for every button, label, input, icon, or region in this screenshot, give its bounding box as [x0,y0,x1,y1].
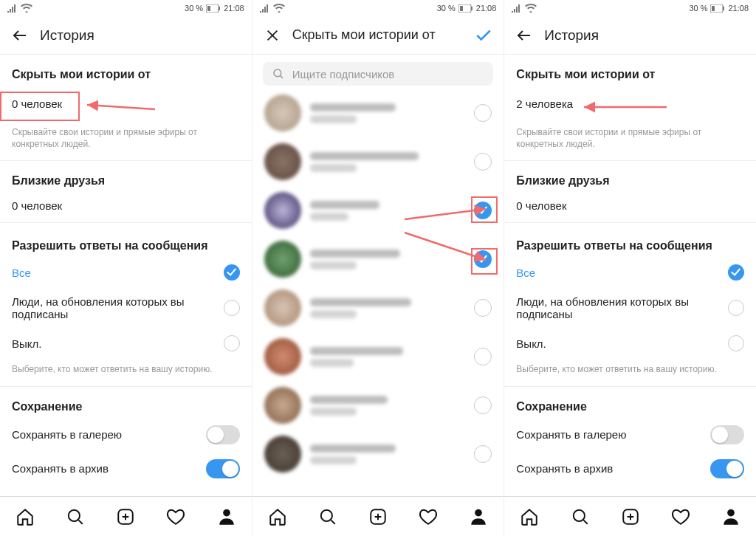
reply-option-all-label: Все [12,267,31,279]
svg-point-17 [573,509,584,520]
reply-option-followed-label: Люди, на обновления которых вы подписаны [516,295,709,320]
search-icon[interactable] [571,507,590,526]
hide-story-value[interactable]: 2 человека [504,86,756,122]
svg-point-5 [223,509,230,516]
section-close-friends: Близкие друзья [504,161,756,192]
header: Скрыть мои истории от [252,16,504,55]
select-circle-checked[interactable] [474,202,492,219]
follower-row[interactable] [252,284,504,332]
header: История [504,16,756,55]
search-placeholder: Ищите подписчиков [292,68,395,80]
toggle-save-gallery-label: Сохранять в галерею [516,428,626,441]
svg-rect-1 [219,7,220,10]
close-button[interactable] [263,26,282,45]
select-circle[interactable] [474,104,492,122]
switch-off-icon[interactable] [710,425,744,444]
toggle-save-archive[interactable]: Сохранять в архив [504,452,756,486]
battery-percent: 30 % [185,4,203,13]
follower-row[interactable] [252,332,504,381]
bottom-nav [504,496,756,536]
avatar [264,289,301,326]
toggle-save-gallery-label: Сохранять в галерею [12,428,122,441]
reply-option-followed[interactable]: Люди, на обновления которых вы подписаны [504,288,756,328]
status-bar: 30 % 21:08 [504,0,756,16]
follower-list: Ищите подписчиков [252,55,504,496]
reply-option-followed[interactable]: Люди, на обновления которых вы подписаны [0,288,252,328]
back-button[interactable] [10,26,30,45]
radio-icon [224,335,240,351]
reply-option-off[interactable]: Выкл. [504,328,756,359]
section-close-friends: Близкие друзья [0,161,252,192]
settings-content: Скрыть мои истории от 2 человека Скрывай… [504,55,756,496]
back-button[interactable] [515,26,534,45]
battery-percent: 30 % [437,4,456,13]
radio-checked-icon [224,264,240,281]
search-icon[interactable] [318,507,337,526]
follower-row[interactable] [252,186,504,235]
add-post-icon[interactable] [621,507,640,526]
panel-story-settings-before: 30 % 21:08 История Скрыть мои истории от… [0,0,252,536]
select-circle[interactable] [474,153,492,171]
search-input[interactable]: Ищите подписчиков [263,62,494,86]
close-friends-value[interactable]: 0 человек [0,192,252,219]
panel-hide-story-picker: 30 % 21:08 Скрыть мои истории от Ищите п… [252,0,505,536]
switch-off-icon[interactable] [206,425,240,444]
status-bar: 30 % 21:08 [0,0,252,16]
reply-option-all[interactable]: Все [0,257,252,288]
heart-icon[interactable] [671,507,690,526]
select-circle[interactable] [474,348,492,365]
section-hide-story: Скрыть мои истории от [0,55,252,86]
select-circle[interactable] [474,299,492,317]
add-post-icon[interactable] [116,507,135,526]
avatar [264,95,301,131]
select-circle[interactable] [474,445,492,463]
svg-rect-16 [712,6,715,11]
svg-rect-8 [471,7,472,10]
close-friends-value[interactable]: 0 человек [504,192,756,219]
reply-option-all[interactable]: Все [504,257,756,288]
home-icon[interactable] [268,507,287,526]
profile-icon[interactable] [721,507,740,526]
confirm-button[interactable] [474,26,493,45]
select-circle[interactable] [474,396,492,414]
follower-row[interactable] [252,137,504,186]
svg-point-13 [475,509,482,516]
reply-hint: Выберите, кто может ответить на вашу ист… [504,359,756,386]
home-icon[interactable] [16,507,35,526]
select-circle-checked[interactable] [474,250,492,268]
section-saving: Сохранение [504,387,756,418]
follower-row[interactable] [252,235,504,284]
follower-row[interactable] [252,381,504,430]
follower-row[interactable] [252,89,504,137]
reply-hint: Выберите, кто может ответить на вашу ист… [0,359,252,386]
avatar [264,436,301,473]
toggle-save-gallery[interactable]: Сохранять в галерею [504,418,756,452]
heart-icon[interactable] [419,507,438,526]
home-icon[interactable] [520,507,539,526]
svg-rect-15 [723,7,724,10]
profile-icon[interactable] [217,507,236,526]
heart-icon[interactable] [166,507,185,526]
profile-icon[interactable] [469,507,488,526]
radio-checked-icon [728,264,744,281]
search-icon[interactable] [66,507,85,526]
switch-on-icon[interactable] [710,459,744,478]
svg-point-10 [274,69,281,77]
svg-point-19 [727,509,735,516]
follower-row[interactable] [252,430,504,478]
signal-icon [7,4,18,13]
panel-story-settings-after: 30 % 21:08 История Скрыть мои истории от… [504,0,756,536]
switch-on-icon[interactable] [206,459,240,478]
search-icon [272,67,285,80]
clock: 21:08 [476,4,497,13]
reply-option-followed-label: Люди, на обновления которых вы подписаны [12,295,205,320]
toggle-save-gallery[interactable]: Сохранять в галерею [0,418,252,452]
section-allow-replies: Разрешить ответы на сообщения [504,226,756,257]
toggle-save-archive[interactable]: Сохранять в архив [0,452,252,486]
reply-option-off[interactable]: Выкл. [0,328,252,359]
avatar [264,241,301,278]
add-post-icon[interactable] [368,507,388,526]
header: История [0,16,252,55]
reply-option-off-label: Выкл. [516,337,546,350]
hide-story-value[interactable]: 0 человек [0,86,252,122]
